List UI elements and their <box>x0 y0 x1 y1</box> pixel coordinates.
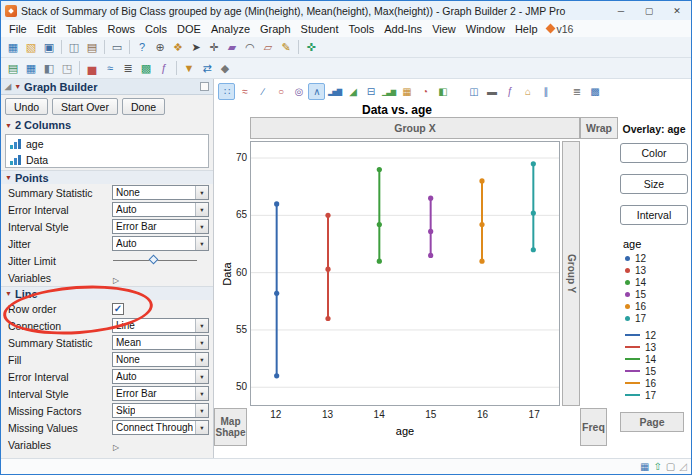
legend-item[interactable]: 17 <box>620 312 688 324</box>
lasso-tool-icon[interactable]: ◠ <box>241 39 259 56</box>
red-triangle-icon[interactable]: ▼ <box>5 122 12 129</box>
disclosure-right-icon[interactable]: ▷ <box>112 443 119 452</box>
menu-item-file[interactable]: File <box>4 23 32 35</box>
menu-item-view[interactable]: View <box>427 23 461 35</box>
menu-item-student[interactable]: Student <box>296 23 344 35</box>
red-triangle-icon[interactable]: ▼ <box>14 83 21 90</box>
data-table-status-icon[interactable]: ▦ <box>640 461 649 472</box>
new-data-table-icon[interactable]: ▦ <box>4 39 22 56</box>
undo-button[interactable]: Undo <box>5 98 48 115</box>
legend-item[interactable]: 12 <box>620 329 688 341</box>
menu-item-analyze[interactable]: Analyze <box>206 23 255 35</box>
line-section-header[interactable]: ▼ Line <box>1 286 213 300</box>
print-icon[interactable]: ▭ <box>108 39 126 56</box>
graph-builder-icon[interactable]: ▩ <box>137 60 155 77</box>
x-axis-label[interactable]: age <box>250 425 560 437</box>
close-button[interactable]: ✕ <box>663 1 691 20</box>
x-axis[interactable]: age 121314151617 <box>250 406 560 452</box>
box-plot-element-icon[interactable]: ⊟ <box>362 83 379 100</box>
legend-item[interactable]: 13 <box>620 341 688 353</box>
red-triangle-icon[interactable]: ▼ <box>5 290 12 297</box>
window-list-icon[interactable]: ▢ <box>666 461 675 472</box>
legend-item[interactable]: 13 <box>620 264 688 276</box>
menu-item-edit[interactable]: Edit <box>32 23 61 35</box>
save-icon[interactable]: ▣ <box>40 39 58 56</box>
legend-item[interactable]: 15 <box>620 365 688 377</box>
menu-item-rows[interactable]: Rows <box>103 23 141 35</box>
row-order-checkbox[interactable]: ✓ <box>112 303 124 315</box>
start-over-button[interactable]: Start Over <box>52 98 118 115</box>
line-missing-values-select[interactable]: Connect Through ▾ <box>112 420 209 435</box>
maximize-button[interactable]: ▢ <box>635 1 663 20</box>
color-button[interactable]: Color <box>620 143 688 163</box>
arrow-tool-icon[interactable]: ➤ <box>187 39 205 56</box>
menu-item-tools[interactable]: Tools <box>344 23 380 35</box>
group-y-zone[interactable]: Group Y <box>562 141 580 406</box>
menu-item-cols[interactable]: Cols <box>140 23 172 35</box>
resize-grip-icon[interactable]: ◿ <box>679 461 687 472</box>
line-summary-statistic-select[interactable]: Mean ▾ <box>112 335 209 350</box>
menu-item-graph[interactable]: Graph <box>255 23 296 35</box>
red-triangle-icon[interactable]: ▼ <box>5 174 12 181</box>
line-fill-select[interactable]: None ▾ <box>112 352 209 367</box>
outline-disclosure-icon[interactable]: ◢ <box>5 82 11 91</box>
line-connection-select[interactable]: Line ▾ <box>112 318 209 333</box>
jitter-limit-slider[interactable] <box>112 253 209 268</box>
points-error-interval-select[interactable]: Auto ▾ <box>112 202 209 217</box>
menu-item-addins[interactable]: Add-Ins <box>379 23 427 35</box>
parallel-element-icon[interactable]: ∥ <box>537 83 554 100</box>
line-interval-style-select[interactable]: Error Bar ▾ <box>112 386 209 401</box>
freq-zone[interactable]: Freq <box>580 408 607 446</box>
interval-button[interactable]: Interval <box>620 205 688 225</box>
script-icon[interactable]: ƒ <box>155 60 173 77</box>
heatmap-element-icon[interactable]: ▦ <box>398 83 415 100</box>
paste-icon[interactable]: ▤ <box>83 39 101 56</box>
area-element-icon[interactable]: ◢ <box>344 83 361 100</box>
bar-element-icon[interactable]: ▂▅▇ <box>326 83 343 100</box>
legend-item[interactable]: 14 <box>620 276 688 288</box>
menu-item-window[interactable]: Window <box>461 23 510 35</box>
tabulate-icon[interactable]: ≣ <box>119 60 137 77</box>
table-element-icon[interactable]: ≣ <box>568 83 585 100</box>
map-shapes-element-icon[interactable]: ⌂ <box>519 83 536 100</box>
points-summary-statistic-select[interactable]: None ▾ <box>112 185 209 200</box>
legend-item[interactable]: 14 <box>620 353 688 365</box>
points-section-header[interactable]: ▼ Points <box>1 170 213 184</box>
caption-box-element-icon[interactable]: ▬ <box>483 83 500 100</box>
graph-builder-header[interactable]: ◢ ▼ Graph Builder <box>1 79 213 95</box>
plot-area[interactable] <box>250 141 560 406</box>
smoother-element-icon[interactable]: ≈ <box>236 83 253 100</box>
done-button[interactable]: Done <box>122 98 165 115</box>
legend-item[interactable]: 16 <box>620 300 688 312</box>
disclosure-right-icon[interactable]: ▷ <box>112 276 119 285</box>
annotate-tool-icon[interactable]: ✎ <box>277 39 295 56</box>
help-tool-icon[interactable]: ? <box>133 39 151 56</box>
eraser-tool-icon[interactable]: ▱ <box>259 39 277 56</box>
column-item-age[interactable]: age <box>6 136 208 152</box>
line-element-icon[interactable]: ∧ <box>308 83 325 100</box>
data-filter-icon[interactable]: ▼ <box>180 60 198 77</box>
page-zone[interactable]: Page <box>620 412 684 432</box>
size-button[interactable]: Size <box>620 174 688 194</box>
menu-item-doe[interactable]: DOE <box>172 23 206 35</box>
journal-icon[interactable]: ▤ <box>4 60 22 77</box>
legend-item[interactable]: 16 <box>620 377 688 389</box>
group-x-zone[interactable]: Group X <box>250 117 580 139</box>
menu-item-tables[interactable]: Tables <box>61 23 103 35</box>
y-axis-label[interactable]: Data <box>221 257 233 291</box>
line-missing-factors-select[interactable]: Skip ▾ <box>112 403 209 418</box>
layout-icon[interactable]: ◧ <box>40 60 58 77</box>
pie-element-icon[interactable]: ◔ <box>416 83 433 100</box>
y-axis[interactable]: Data 5055606570 <box>214 141 250 406</box>
column-item-data[interactable]: Data <box>6 152 208 168</box>
fit-model-icon[interactable]: ≈ <box>101 60 119 77</box>
pin-icon[interactable]: ◆ <box>216 60 234 77</box>
panel-options-icon[interactable] <box>200 82 209 91</box>
line-error-interval-select[interactable]: Auto ▾ <box>112 369 209 384</box>
brush-tool-icon[interactable]: ▰ <box>223 39 241 56</box>
new-window-icon[interactable]: ▦ <box>22 60 40 77</box>
legend-item[interactable]: 17 <box>620 389 688 401</box>
title-bar[interactable]: Stack of Summary of Big Class grouped by… <box>1 1 691 20</box>
line-of-fit-element-icon[interactable]: ∕ <box>254 83 271 100</box>
matrix-element-icon[interactable]: ▩ <box>586 83 603 100</box>
